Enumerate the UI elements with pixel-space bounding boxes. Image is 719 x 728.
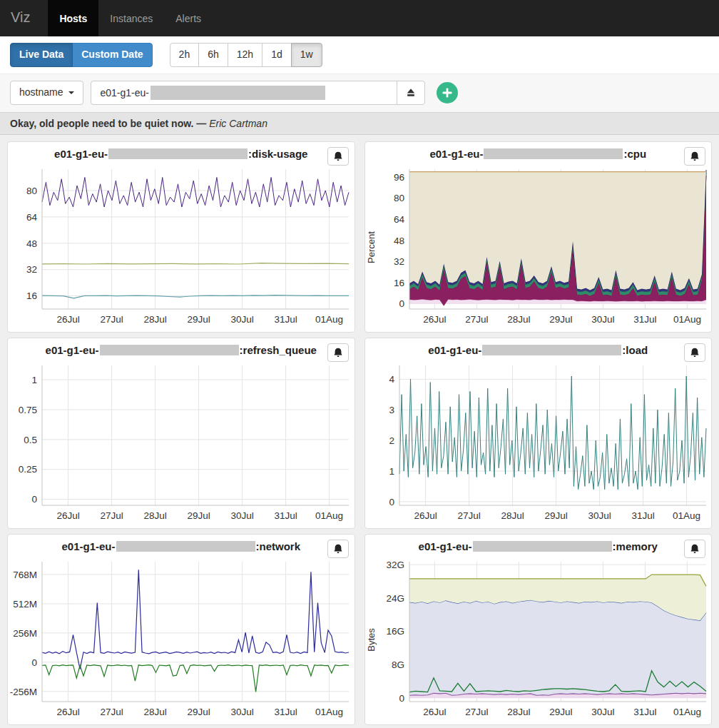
alert-bell-button[interactable] bbox=[684, 540, 705, 558]
add-chart-button[interactable] bbox=[437, 82, 458, 103]
svg-text:80: 80 bbox=[393, 193, 404, 203]
svg-text:0: 0 bbox=[389, 497, 394, 507]
svg-text:01Aug: 01Aug bbox=[315, 510, 343, 521]
bell-icon bbox=[332, 151, 344, 161]
quote-separator: — bbox=[196, 118, 206, 129]
bell-icon bbox=[332, 544, 344, 554]
svg-text:1: 1 bbox=[31, 375, 37, 385]
svg-text:-256M: -256M bbox=[10, 686, 37, 697]
svg-text:31Jul: 31Jul bbox=[274, 314, 297, 325]
chart-plot: 163248648026Jul27Jul28Jul29Jul30Jul31Jul… bbox=[9, 163, 355, 332]
chart-plot: 016324864809626Jul27Jul28Jul29Jul30Jul31… bbox=[377, 163, 712, 332]
svg-text:26Jul: 26Jul bbox=[56, 314, 79, 325]
nav-tabs: HostsInstancesAlerts bbox=[48, 0, 213, 36]
range-1w-button[interactable]: 1w bbox=[291, 43, 322, 67]
svg-text:27Jul: 27Jul bbox=[465, 707, 488, 717]
svg-text:0.25: 0.25 bbox=[19, 464, 37, 475]
svg-text:0.5: 0.5 bbox=[24, 435, 37, 445]
svg-text:8G: 8G bbox=[391, 659, 404, 670]
svg-text:26Jul: 26Jul bbox=[414, 510, 437, 521]
range-1d-button[interactable]: 1d bbox=[262, 43, 292, 67]
plot-area: 00.250.50.75126Jul27Jul28Jul29Jul30Jul31… bbox=[8, 360, 355, 528]
svg-text:30Jul: 30Jul bbox=[230, 314, 253, 325]
quote-bar: Okay, old people need to be quiet now. —… bbox=[0, 112, 719, 135]
host-search-value: e01-g1-eu- bbox=[100, 87, 149, 98]
svg-text:512M: 512M bbox=[13, 599, 37, 610]
range-6h-button[interactable]: 6h bbox=[198, 43, 228, 67]
svg-text:29Jul: 29Jul bbox=[187, 314, 210, 325]
app-brand[interactable]: Viz bbox=[0, 0, 41, 36]
svg-text:80: 80 bbox=[26, 186, 37, 196]
svg-text:29Jul: 29Jul bbox=[549, 314, 572, 325]
charts-grid: e01-g1-eu-:disk-usage 163248648026Jul27J… bbox=[0, 135, 719, 728]
svg-text:01Aug: 01Aug bbox=[673, 510, 700, 521]
svg-text:31Jul: 31Jul bbox=[633, 314, 656, 325]
chart-title-metric: :cpu bbox=[623, 148, 646, 160]
plot-area: Bytes 08G16G24G32G26Jul27Jul28Jul29Jul30… bbox=[365, 556, 712, 724]
chevron-down-icon bbox=[68, 91, 74, 94]
chart-title-metric: :load bbox=[622, 344, 648, 356]
svg-text:0: 0 bbox=[31, 494, 37, 505]
redacted-hostname-block bbox=[108, 148, 248, 159]
svg-text:48: 48 bbox=[26, 238, 37, 248]
field-select-button[interactable]: hostname bbox=[10, 81, 83, 105]
chart-title-metric: :refresh_queue bbox=[240, 344, 317, 356]
chart-title-metric: :disk-usage bbox=[248, 148, 307, 160]
svg-text:3: 3 bbox=[389, 405, 394, 415]
chart-title: e01-g1-eu-:disk-usage bbox=[8, 146, 355, 162]
quote-author: Eric Cartman bbox=[209, 118, 267, 129]
svg-text:26Jul: 26Jul bbox=[56, 707, 79, 717]
alert-bell-button[interactable] bbox=[327, 343, 349, 362]
svg-text:0: 0 bbox=[399, 298, 404, 309]
alert-bell-button[interactable] bbox=[684, 343, 705, 362]
tab-alerts[interactable]: Alerts bbox=[164, 0, 213, 36]
chart-card-network: e01-g1-eu-:network -256M0256M512M768M26J… bbox=[7, 534, 355, 725]
plot-area: 0123426Jul27Jul28Jul29Jul30Jul31Jul01Aug bbox=[365, 360, 712, 528]
chart-title: e01-g1-eu-:memory bbox=[365, 539, 712, 555]
chart-title-metric: :network bbox=[256, 540, 301, 552]
svg-text:31Jul: 31Jul bbox=[274, 510, 297, 521]
alert-bell-button[interactable] bbox=[684, 147, 705, 166]
upload-button[interactable] bbox=[397, 81, 425, 105]
svg-text:32: 32 bbox=[393, 256, 404, 267]
tab-hosts[interactable]: Hosts bbox=[48, 0, 98, 36]
svg-text:26Jul: 26Jul bbox=[423, 314, 446, 325]
svg-text:768M: 768M bbox=[13, 570, 37, 580]
svg-text:29Jul: 29Jul bbox=[549, 707, 572, 717]
svg-text:26Jul: 26Jul bbox=[56, 510, 79, 521]
svg-text:29Jul: 29Jul bbox=[187, 707, 210, 717]
svg-text:31Jul: 31Jul bbox=[274, 707, 297, 717]
chart-title: e01-g1-eu-:network bbox=[8, 539, 355, 555]
plot-area: Percent 016324864809626Jul27Jul28Jul29Ju… bbox=[365, 163, 712, 332]
alert-bell-button[interactable] bbox=[327, 540, 349, 558]
redacted-hostname-block bbox=[482, 345, 621, 355]
svg-text:26Jul: 26Jul bbox=[423, 707, 446, 717]
range-12h-button[interactable]: 12h bbox=[228, 43, 262, 67]
chart-title-prefix: e01-g1-eu- bbox=[429, 148, 483, 160]
redacted-hostname-block bbox=[100, 345, 239, 355]
chart-title: e01-g1-eu-:refresh_queue bbox=[8, 343, 355, 358]
svg-text:30Jul: 30Jul bbox=[591, 707, 614, 717]
redacted-hostname-block bbox=[473, 541, 612, 552]
redacted-hostname-block bbox=[484, 148, 623, 159]
tab-instances[interactable]: Instances bbox=[98, 0, 164, 36]
chart-plot: -256M0256M512M768M26Jul27Jul28Jul29Jul30… bbox=[9, 556, 355, 724]
svg-text:0: 0 bbox=[399, 692, 404, 703]
alert-bell-button[interactable] bbox=[327, 147, 349, 166]
live-data-button[interactable]: Live Data bbox=[10, 43, 73, 67]
custom-date-button[interactable]: Custom Date bbox=[72, 43, 152, 67]
range-2h-button[interactable]: 2h bbox=[170, 43, 200, 67]
chart-title-prefix: e01-g1-eu- bbox=[61, 540, 115, 552]
host-search-group: e01-g1-eu- bbox=[91, 81, 425, 105]
svg-text:01Aug: 01Aug bbox=[315, 707, 343, 717]
chart-card-memory: e01-g1-eu-:memory Bytes 08G16G24G32G26Ju… bbox=[364, 534, 713, 725]
svg-text:30Jul: 30Jul bbox=[591, 314, 614, 325]
svg-text:96: 96 bbox=[393, 172, 404, 183]
svg-text:01Aug: 01Aug bbox=[673, 314, 700, 325]
host-search-input[interactable]: e01-g1-eu- bbox=[91, 81, 397, 105]
bell-icon bbox=[689, 151, 700, 161]
plus-icon bbox=[442, 87, 453, 98]
svg-text:28Jul: 28Jul bbox=[501, 510, 524, 521]
plot-area: -256M0256M512M768M26Jul27Jul28Jul29Jul30… bbox=[8, 556, 355, 724]
svg-text:64: 64 bbox=[393, 214, 404, 225]
